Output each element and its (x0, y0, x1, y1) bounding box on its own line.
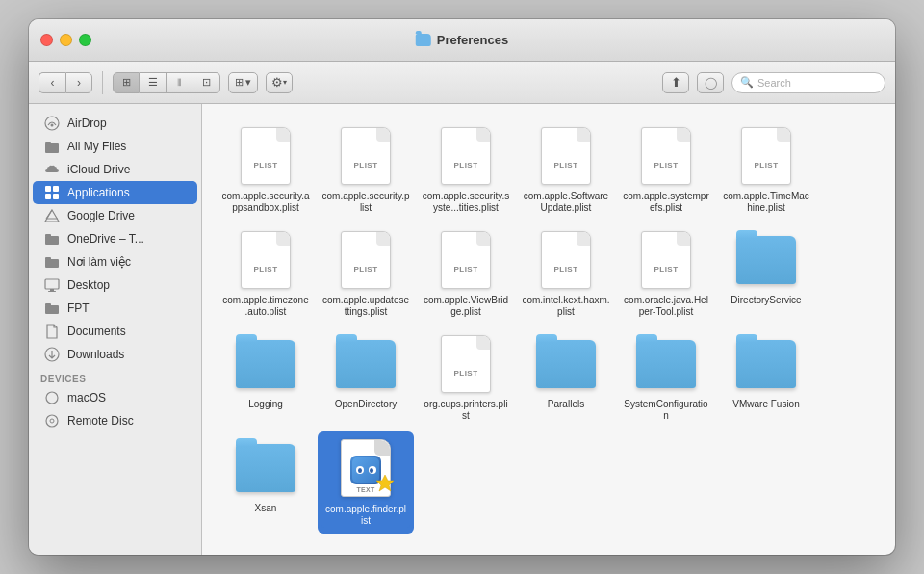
titlebar: Preferences (29, 19, 895, 62)
file-item-f16[interactable]: Parallels (518, 327, 614, 428)
svg-point-0 (45, 117, 59, 130)
remote-disc-icon (44, 413, 60, 429)
view-cover-button[interactable]: ⊡ (193, 72, 220, 93)
file-icon-f3: PLIST (435, 125, 497, 187)
sidebar-item-remote-disc[interactable]: Remote Disc (33, 409, 197, 432)
svg-point-18 (46, 392, 58, 404)
svg-marker-21 (376, 475, 394, 491)
sidebar-item-all-my-files[interactable]: All My Files (33, 135, 197, 158)
fpt-icon (44, 300, 60, 316)
file-icon-f2: PLIST (335, 125, 397, 187)
file-icon-f14 (335, 333, 397, 395)
file-icon-f16 (535, 333, 597, 395)
sidebar-item-icloud[interactable]: iCloud Drive (33, 158, 197, 181)
share-icon: ⬆ (671, 75, 681, 90)
window-title: Preferences (416, 33, 508, 47)
file-item-f17[interactable]: SystemConfiguration (618, 327, 714, 428)
tag-icon: ◯ (705, 76, 717, 90)
file-icon-f20: TEXT (335, 437, 397, 499)
documents-icon (44, 324, 60, 339)
file-item-f15[interactable]: PLIST org.cups.printers.plist (418, 327, 514, 428)
file-label-f14: OpenDirectory (335, 399, 397, 410)
back-button[interactable]: ‹ (38, 72, 65, 93)
file-item-f19[interactable]: Xsan (218, 431, 314, 534)
file-label-f19: Xsan (255, 503, 277, 514)
file-label-f15: org.cups.printers.plist (422, 399, 510, 422)
sidebar-label-onedrive: OneDrive – T... (67, 232, 144, 246)
arrange-button[interactable]: ⊞ ▾ (228, 72, 258, 93)
sidebar-item-google-drive[interactable]: Google Drive (33, 204, 197, 227)
forward-button[interactable]: › (65, 72, 92, 93)
file-icon-f9: PLIST (435, 229, 497, 291)
file-label-f17: SystemConfiguration (622, 399, 710, 422)
file-item-f6[interactable]: PLIST com.apple.TimeMachine.plist (718, 119, 814, 220)
file-item-f13[interactable]: Logging (218, 327, 314, 428)
action-chevron: ▾ (283, 78, 287, 87)
search-icon: 🔍 (740, 76, 754, 89)
view-column-button[interactable]: ⫴ (167, 72, 193, 93)
file-item-f18[interactable]: VMware Fusion (718, 327, 814, 428)
svg-point-19 (46, 415, 58, 427)
svg-rect-16 (45, 303, 51, 306)
file-item-f5[interactable]: PLIST com.apple.systemprefs.plist (618, 119, 714, 220)
file-item-f11[interactable]: PLIST com.oracle.java.Helper-Tool.plist (618, 223, 714, 324)
file-item-f9[interactable]: PLIST com.apple.ViewBridge.plist (418, 223, 514, 324)
sidebar-item-airdrop[interactable]: AirDrop (33, 112, 197, 135)
search-box[interactable]: 🔍 Search (732, 72, 886, 93)
file-item-f8[interactable]: PLIST com.apple.updatesettings.plist (318, 223, 414, 324)
sidebar-item-onedrive[interactable]: OneDrive – T... (33, 227, 197, 250)
sidebar-item-desktop[interactable]: Desktop (33, 274, 197, 297)
all-my-files-icon (44, 139, 60, 154)
file-item-f20[interactable]: TEXT com.apple.finder.plist (318, 431, 414, 534)
file-icon-f8: PLIST (335, 229, 397, 291)
airdrop-icon (44, 116, 60, 131)
svg-point-20 (50, 419, 54, 423)
file-item-f1[interactable]: PLIST com.apple.security.appsandbox.plis… (218, 119, 314, 220)
share-button[interactable]: ⬆ (662, 72, 689, 93)
file-item-f7[interactable]: PLIST com.apple.timezone.auto.plist (218, 223, 314, 324)
file-icon-f13 (235, 333, 296, 395)
file-item-f4[interactable]: PLIST com.apple.SoftwareUpdate.plist (518, 119, 614, 220)
view-list-button[interactable]: ☰ (140, 72, 167, 93)
edit-tags-button[interactable]: ◯ (697, 72, 724, 93)
minimize-button[interactable] (60, 34, 72, 46)
svg-rect-9 (45, 234, 51, 237)
sidebar-item-fpt[interactable]: FPT (33, 297, 197, 320)
search-placeholder: Search (757, 77, 791, 89)
sidebar-label-remote-disc: Remote Disc (67, 414, 134, 428)
sidebar-label-downloads: Downloads (67, 348, 124, 361)
noi-lam-viec-icon (44, 254, 60, 270)
sidebar-label-desktop: Desktop (67, 278, 110, 292)
svg-rect-13 (50, 289, 54, 291)
view-icon-button[interactable]: ⊞ (113, 72, 140, 93)
file-icon-f5: PLIST (635, 125, 697, 187)
svg-rect-10 (45, 259, 59, 268)
file-item-f14[interactable]: OpenDirectory (318, 327, 414, 428)
close-button[interactable] (40, 34, 53, 46)
action-button[interactable]: ⚙ ▾ (266, 72, 293, 93)
sidebar-label-all-my-files: All My Files (67, 140, 126, 153)
macos-icon (44, 390, 60, 405)
maximize-button[interactable] (79, 34, 91, 46)
arrange-icon: ⊞ (235, 76, 244, 89)
file-item-f3[interactable]: PLIST com.apple.security.syste...tities.… (418, 119, 514, 220)
svg-rect-11 (45, 257, 51, 260)
svg-point-1 (51, 124, 54, 127)
sidebar-item-downloads[interactable]: Downloads (33, 343, 197, 366)
sidebar-item-applications[interactable]: Applications (33, 181, 197, 204)
svg-rect-12 (45, 279, 59, 289)
file-item-f2[interactable]: PLIST com.apple.security.plist (318, 119, 414, 220)
sidebar-item-macos[interactable]: macOS (33, 386, 197, 409)
file-item-f10[interactable]: PLIST com.intel.kext.haxm.plist (518, 223, 614, 324)
gear-icon: ⚙ (271, 75, 283, 90)
file-icon-f19 (235, 437, 296, 499)
file-label-f13: Logging (248, 399, 283, 410)
sidebar-item-documents[interactable]: Documents (33, 320, 197, 343)
file-label-f9: com.apple.ViewBridge.plist (422, 295, 510, 318)
file-icon-f17 (635, 333, 697, 395)
sidebar-item-noi-lam-viec[interactable]: Nơi làm việc (33, 250, 197, 274)
file-item-f12[interactable]: DirectoryService (718, 223, 814, 324)
google-drive-icon (44, 208, 60, 223)
svg-rect-2 (45, 144, 59, 153)
file-icon-f12 (735, 229, 797, 291)
